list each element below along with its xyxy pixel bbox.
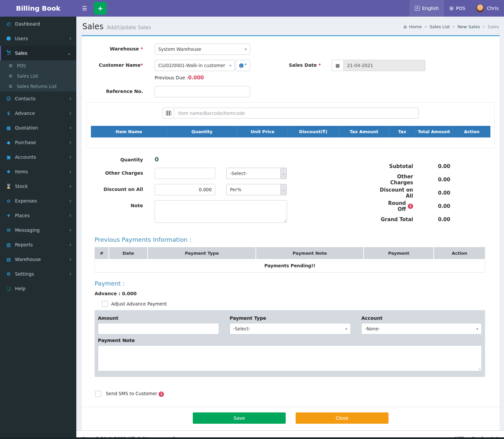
- discount-type-select-value: Per%: [227, 187, 280, 192]
- list-icon: ≣: [7, 73, 14, 78]
- quantity-label: Quantity: [87, 154, 155, 163]
- sidebar-item-label: Advance: [15, 111, 35, 116]
- list-icon: ≣: [7, 84, 14, 89]
- app-logo[interactable]: Billing Book: [0, 0, 76, 17]
- sidebar-item-stock[interactable]: ⌛ Stock ‹: [0, 179, 76, 194]
- adjust-advance-checkbox[interactable]: [102, 301, 108, 307]
- sidebar-item-label: Sales: [15, 50, 27, 56]
- sidebar-subitem-label: Sales Returns List: [17, 84, 57, 89]
- items-table-header: Action: [453, 126, 490, 137]
- amount-input[interactable]: [98, 323, 219, 334]
- chevron-left-icon: ‹: [69, 242, 71, 248]
- sales-submenu: ⊞ POS ≣ Sales List ≣ Sales Returns List: [0, 60, 76, 91]
- sidebar-item-label: Items: [15, 169, 28, 174]
- amount-field: Amount: [98, 315, 219, 334]
- sidebar-item-sales[interactable]: Sales ⌄: [0, 46, 76, 60]
- note-textarea[interactable]: [155, 200, 287, 223]
- quick-add-button[interactable]: +: [94, 2, 107, 15]
- sidebar-item-label: Purchase: [15, 140, 36, 145]
- sidebar-item-quotation[interactable]: ▦ Quotation ‹: [0, 121, 76, 135]
- top-header: Billing Book ☰ + A English ⊞ POS Chris: [0, 0, 504, 17]
- user-menu[interactable]: Chris: [470, 0, 504, 17]
- close-button[interactable]: Close: [296, 412, 389, 424]
- discount-type-select[interactable]: Per% ⌄: [226, 184, 287, 195]
- warehouse-select[interactable]: System Warehouse ▾: [155, 44, 250, 55]
- sidebar-item-reports[interactable]: ▥ Reports ‹: [0, 237, 76, 252]
- breadcrumb-separator: >: [452, 25, 455, 29]
- breadcrumb-sales-list[interactable]: Sales List: [429, 24, 450, 29]
- page-subtitle: Add/Update Sales: [107, 25, 151, 31]
- sms-row: Send SMS to Customer i: [95, 391, 495, 397]
- discount-on-all-input[interactable]: [155, 184, 215, 195]
- previous-due: Previous Due :0.000: [155, 75, 495, 81]
- charges-totals-section: Quantity 0 Other Charges -Select- ⌄: [87, 154, 495, 229]
- sidebar-item-dashboard[interactable]: ◴ Dashboard: [0, 17, 76, 31]
- item-search-input[interactable]: [174, 108, 419, 119]
- sidebar-item-advance[interactable]: $ Advance ‹: [0, 106, 76, 121]
- customer-select[interactable]: CU/02/0001-Walk-in customer ▾: [155, 60, 235, 71]
- pos-plus-icon: ⊞: [449, 5, 454, 11]
- payment-type-field: Payment Type -Select- ▾: [230, 315, 351, 334]
- account-select[interactable]: -None- ▾: [361, 323, 482, 334]
- items-panel: Item Name Quantity Unit Price Discount(₹…: [87, 102, 495, 148]
- chevron-left-icon: ‹: [69, 125, 71, 131]
- sidebar-subitem-label: Sales List: [17, 73, 38, 79]
- chevron-left-icon: ‹: [69, 169, 71, 175]
- sidebar-item-contacts[interactable]: ☺ Contacts ‹: [0, 91, 76, 106]
- hamburger-menu-icon[interactable]: ☰: [76, 0, 93, 17]
- round-off-row: Round Off i 0.00: [379, 200, 450, 213]
- sidebar-item-label: Warehouse: [15, 257, 41, 262]
- sidebar-item-messaging[interactable]: ✉ Messaging ‹: [0, 223, 76, 237]
- cubes-icon: ❖: [5, 169, 12, 174]
- sidebar-item-label: Messaging: [15, 227, 39, 233]
- calendar-icon[interactable]: ▦: [331, 60, 343, 71]
- sidebar-item-items[interactable]: ❖ Items ‹: [0, 164, 76, 179]
- sidebar-subitem-sales-list[interactable]: ≣ Sales List: [0, 71, 76, 81]
- envelope-icon: ✉: [5, 227, 12, 233]
- previous-due-label: Previous Due :: [155, 75, 188, 80]
- language-label: English: [422, 6, 439, 11]
- language-menu[interactable]: A English: [409, 0, 444, 17]
- breadcrumb-new-sales[interactable]: New Sales: [458, 24, 480, 29]
- sidebar-item-expenses[interactable]: ⊖ Expenses ‹: [0, 194, 76, 208]
- customer-row: Customer Name* CU/02/0001-Walk-in custom…: [87, 60, 495, 71]
- chevron-left-icon: ‹: [69, 256, 71, 262]
- other-charges-row: Other Charges -Select- ⌄: [87, 168, 379, 179]
- other-charges-select[interactable]: -Select- ⌄: [226, 168, 287, 179]
- sidebar-item-help[interactable]: ❏ Help: [0, 281, 76, 296]
- sidebar-item-places[interactable]: ✈ Places ‹: [0, 208, 76, 223]
- send-sms-checkbox[interactable]: [95, 391, 101, 397]
- sidebar-item-users[interactable]: ☻ Users ‹: [0, 31, 76, 46]
- note-row: Note: [87, 200, 379, 224]
- payments-table-header: Payment: [364, 247, 434, 259]
- dashboard-icon: ◴: [5, 21, 12, 27]
- payment-panel: Amount Payment Type -Select- ▾ Account: [95, 310, 485, 377]
- sidebar-item-label: Places: [15, 213, 30, 218]
- sidebar-item-warehouse[interactable]: ▤ Warehouse ‹: [0, 252, 76, 267]
- pos-menu[interactable]: ⊞ POS: [444, 0, 470, 17]
- discount-total-row: Discount on All 0.00: [379, 186, 450, 200]
- discount-on-all-label: Discount on All: [87, 184, 155, 195]
- sidebar-subitem-sales-returns-list[interactable]: ≣ Sales Returns List: [0, 81, 76, 91]
- sidebar-item-purchase[interactable]: ◆ Purchase ‹: [0, 135, 76, 150]
- account-field: Account -None- ▾: [361, 315, 482, 334]
- info-icon[interactable]: i: [159, 392, 164, 397]
- add-customer-button[interactable]: ☻+: [236, 60, 250, 71]
- sales-date-input[interactable]: [343, 60, 425, 71]
- save-button[interactable]: Save: [193, 412, 286, 424]
- minus-circle-icon: ⊖: [5, 198, 12, 204]
- sidebar-subitem-pos[interactable]: ⊞ POS: [0, 60, 76, 71]
- reference-input[interactable]: [155, 86, 250, 97]
- payment-note-textarea[interactable]: [98, 345, 482, 371]
- sidebar-item-accounts[interactable]: ▣ Accounts ‹: [0, 150, 76, 164]
- subtotal-row: Subtotal 0.00: [379, 160, 450, 173]
- other-charges-input[interactable]: [155, 168, 215, 179]
- building-icon: ▤: [5, 257, 12, 262]
- breadcrumb-home[interactable]: Home: [409, 24, 422, 29]
- payment-type-select[interactable]: -Select- ▾: [230, 323, 351, 334]
- info-icon[interactable]: i: [408, 204, 413, 209]
- page-title: Sales Add/Update Sales: [82, 22, 151, 31]
- dollar-icon: $: [5, 111, 12, 116]
- payments-table-header: Payment Note: [256, 247, 364, 259]
- sidebar-item-settings[interactable]: ⚙ Settings ‹: [0, 267, 76, 281]
